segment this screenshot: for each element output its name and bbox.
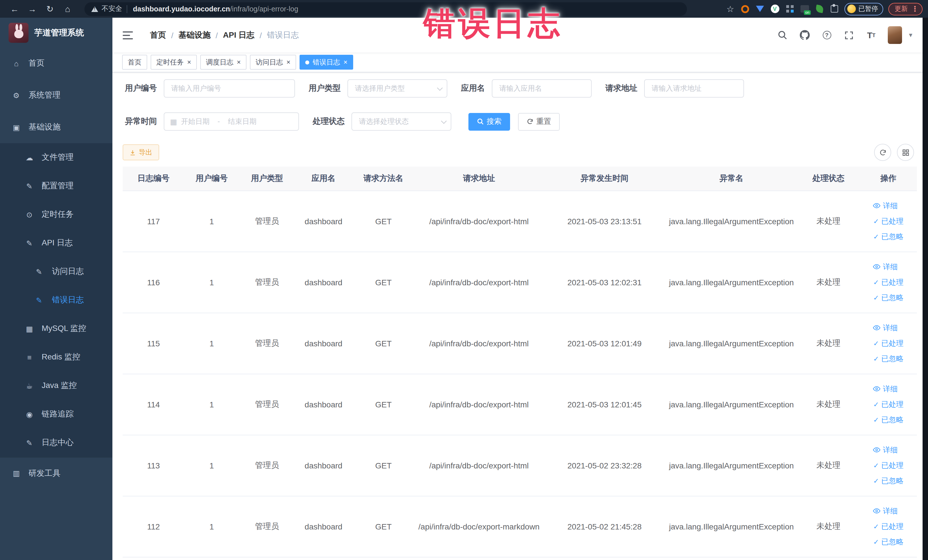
column-settings-button[interactable] — [897, 144, 914, 161]
sidebar-item[interactable]: 首页 — [0, 47, 112, 79]
detail-link[interactable]: 详细 — [873, 323, 898, 333]
browser-update-button[interactable]: 更新 ⋮ — [888, 3, 923, 15]
request-url-input[interactable] — [644, 79, 744, 98]
tab-close-icon[interactable] — [187, 59, 191, 66]
col-exception: 异常名 — [666, 166, 797, 191]
detail-link[interactable]: 详细 — [873, 262, 898, 272]
github-icon[interactable] — [799, 29, 810, 41]
mark-ignored-link[interactable]: ✓ 已忽略 — [873, 292, 904, 303]
sidebar-item[interactable]: 日志中心 — [0, 429, 112, 457]
breadcrumb-api-log[interactable]: API 日志 — [223, 30, 255, 40]
check-icon: ✓ — [873, 400, 879, 408]
user-id-input[interactable] — [164, 79, 295, 98]
help-icon[interactable]: ? — [821, 29, 832, 41]
sidebar-item[interactable]: MySQL 监控 — [0, 314, 112, 343]
date-range-picker[interactable]: ▦ 开始日期 - 结束日期 — [164, 112, 299, 131]
tab[interactable]: 错误日志 — [299, 55, 353, 70]
extension-switch-icon[interactable] — [800, 4, 809, 14]
user-type-select[interactable]: 请选择用户类型 — [348, 79, 447, 98]
tab[interactable]: 调度日志 — [200, 55, 246, 70]
tab-close-icon[interactable] — [343, 59, 348, 66]
back-icon[interactable]: ← — [6, 4, 23, 14]
sidebar-item[interactable]: 系统管理 — [0, 79, 112, 111]
tab-close-icon[interactable] — [237, 59, 241, 66]
mark-processed-link[interactable]: ✓ 已处理 — [873, 216, 904, 226]
hamburger-fold-icon[interactable] — [123, 31, 133, 39]
profile-paused-badge[interactable]: 已暂停 — [844, 3, 883, 15]
fullscreen-icon[interactable] — [843, 29, 855, 41]
reset-button[interactable]: 重置 — [518, 113, 560, 130]
mark-processed-link[interactable]: ✓ 已处理 — [873, 338, 904, 348]
extension-grid-icon[interactable] — [785, 4, 795, 14]
mark-ignored-link[interactable]: ✓ 已忽略 — [873, 354, 904, 364]
user-avatar[interactable] — [888, 26, 902, 44]
mark-processed-link[interactable]: ✓ 已处理 — [873, 399, 904, 409]
reload-icon[interactable]: ↻ — [41, 4, 59, 14]
sidebar-item[interactable]: 基础设施 — [0, 111, 112, 143]
process-status-select[interactable]: 请选择处理状态 — [351, 112, 451, 131]
sidebar-item[interactable]: Java 监控 — [0, 371, 112, 400]
bookmark-star-icon[interactable]: ☆ — [725, 4, 735, 14]
menu-item-icon — [25, 324, 34, 333]
extension-vue-icon[interactable]: V — [770, 4, 780, 14]
mark-ignored-link[interactable]: ✓ 已忽略 — [873, 476, 904, 486]
home-icon[interactable]: ⌂ — [59, 4, 76, 14]
mark-ignored-link[interactable]: ✓ 已忽略 — [873, 415, 904, 425]
url-domain: dashboard.yudao.iocoder.cn — [133, 5, 230, 13]
tab-close-icon[interactable] — [286, 59, 290, 66]
extensions-puzzle-icon[interactable] — [829, 4, 839, 14]
cell-actions: 详细 ✓ 已处理 ✓ 已忽略 — [860, 374, 917, 435]
search-button[interactable]: 搜索 — [469, 113, 510, 130]
app-logo[interactable]: 芋道管理系统 — [0, 18, 112, 47]
tab[interactable]: 访问日志 — [250, 55, 296, 70]
extension-orange-icon[interactable] — [740, 4, 750, 14]
mark-ignored-link[interactable]: ✓ 已忽略 — [873, 537, 904, 547]
breadcrumb-infra[interactable]: 基础设施 — [179, 30, 211, 40]
address-bar[interactable]: 不安全 dashboard.yudao.iocoder.cn/infra/log… — [84, 2, 687, 16]
mark-processed-link[interactable]: ✓ 已处理 — [873, 460, 904, 470]
cell-user-type: 管理员 — [239, 252, 295, 313]
security-label: 不安全 — [102, 4, 122, 14]
extension-shield-icon[interactable] — [755, 4, 765, 14]
search-icon[interactable] — [777, 29, 788, 41]
sidebar-item[interactable]: 定时任务 — [0, 200, 112, 229]
menu-item-icon — [35, 267, 43, 276]
mark-ignored-link[interactable]: ✓ 已忽略 — [873, 231, 904, 242]
extension-leaf-icon[interactable] — [815, 4, 824, 14]
avatar-caret-icon[interactable]: ▼ — [908, 32, 913, 38]
cell-app-name: dashboard — [295, 252, 352, 313]
font-size-icon[interactable]: TT — [865, 29, 877, 41]
cell-method: GET — [352, 191, 415, 252]
app-name-input[interactable] — [492, 79, 592, 98]
tab[interactable]: 定时任务 — [151, 55, 197, 70]
forward-icon[interactable]: → — [23, 4, 41, 14]
sidebar-item[interactable]: 访问日志 — [0, 257, 112, 286]
detail-link[interactable]: 详细 — [873, 201, 898, 211]
detail-link[interactable]: 详细 — [873, 445, 898, 455]
breadcrumb-home[interactable]: 首页 — [150, 30, 166, 40]
cell-app-name: dashboard — [295, 496, 352, 557]
page-content: 用户编号 用户类型 请选择用户类型 应用名 请求地址 异常时间 — [112, 72, 923, 560]
eye-icon — [873, 446, 881, 453]
export-button[interactable]: 导出 — [123, 144, 159, 160]
cell-actions: 详细 ✓ 已处理 ✓ 已忽略 — [860, 496, 917, 557]
sidebar-item[interactable]: 文件管理 — [0, 143, 112, 172]
mark-processed-link[interactable]: ✓ 已处理 — [873, 277, 904, 287]
cell-log-id: 115 — [123, 313, 184, 374]
tab[interactable]: 首页 — [122, 55, 147, 70]
mark-processed-link[interactable]: ✓ 已处理 — [873, 521, 904, 531]
sidebar-item[interactable]: 研发工具 — [0, 457, 112, 489]
sidebar-item[interactable]: 错误日志 — [0, 286, 112, 314]
sidebar-item[interactable]: 链路追踪 — [0, 400, 112, 429]
cell-time: 2021-05-03 12:02:31 — [543, 252, 666, 313]
detail-link[interactable]: 详细 — [873, 506, 898, 516]
menu-item-label: API 日志 — [42, 238, 73, 248]
detail-link[interactable]: 详细 — [873, 384, 898, 394]
sidebar-item[interactable]: 配置管理 — [0, 172, 112, 200]
refresh-button[interactable] — [874, 144, 891, 161]
sidebar-item[interactable]: API 日志 — [0, 229, 112, 257]
menu-kebab-icon[interactable]: ⋮ — [911, 5, 919, 13]
process-status-label: 处理状态 — [310, 116, 345, 127]
cell-exception: java.lang.IllegalArgumentException — [666, 435, 797, 496]
sidebar-item[interactable]: Redis 监控 — [0, 343, 112, 371]
